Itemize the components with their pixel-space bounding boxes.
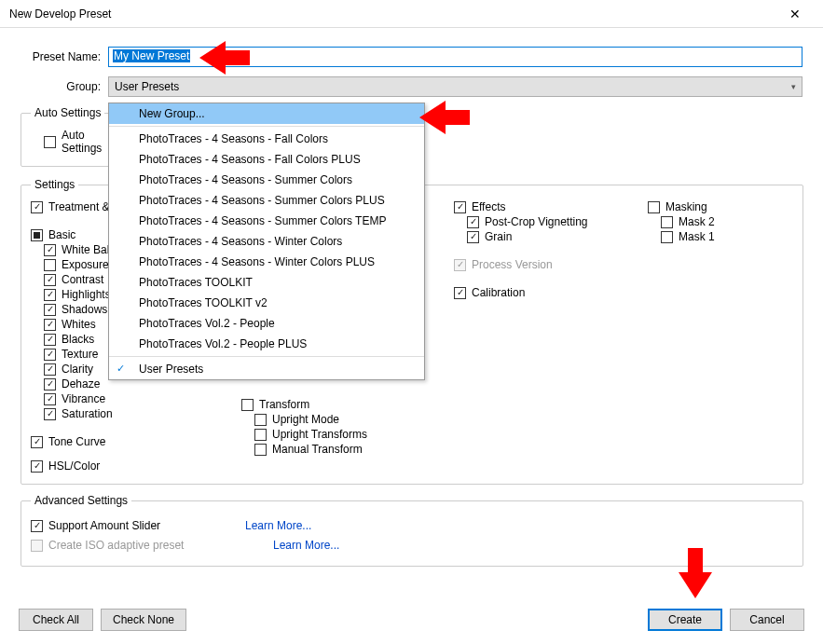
post-crop-vignetting-checkbox[interactable] — [467, 216, 479, 228]
advanced-settings-legend: Advanced Settings — [31, 494, 131, 507]
upright-transforms-label: Upright Transforms — [272, 428, 367, 441]
manual-transform-checkbox[interactable] — [254, 444, 267, 456]
basic-checkbox[interactable] — [31, 229, 43, 241]
check-icon: ✓ — [117, 363, 125, 375]
process-version-checkbox — [454, 259, 466, 271]
tone-curve-label: Tone Curve — [48, 435, 105, 448]
texture-checkbox[interactable] — [44, 349, 56, 361]
exposure-checkbox[interactable] — [44, 259, 56, 271]
create-button[interactable]: Create — [648, 609, 722, 631]
masking-checkbox[interactable] — [648, 201, 660, 213]
cancel-button[interactable]: Cancel — [730, 609, 804, 631]
contrast-checkbox[interactable] — [44, 274, 56, 286]
treatment-profile-checkbox[interactable] — [31, 201, 43, 213]
hsl-color-checkbox[interactable] — [31, 460, 43, 473]
whites-checkbox[interactable] — [44, 319, 56, 331]
dropdown-item[interactable]: PhotoTraces - 4 Seasons - Fall Colors — [109, 129, 424, 149]
dropdown-item[interactable]: PhotoTraces - 4 Seasons - Fall Colors PL… — [109, 149, 424, 170]
grain-label: Grain — [485, 230, 512, 243]
mask2-label: Mask 2 — [679, 215, 715, 228]
texture-label: Texture — [62, 348, 98, 361]
support-amount-slider-label: Support Amount Slider — [48, 519, 160, 532]
support-amount-slider-checkbox[interactable] — [31, 520, 43, 532]
annotation-arrow-icon — [199, 37, 250, 78]
upright-mode-checkbox[interactable] — [254, 414, 267, 426]
group-select-value: User Presets — [115, 80, 179, 93]
effects-checkbox[interactable] — [454, 201, 466, 213]
dropdown-item[interactable]: PhotoTraces - 4 Seasons - Summer Colors — [109, 170, 424, 190]
whites-label: Whites — [62, 318, 96, 331]
learn-more-link-2[interactable]: Learn More... — [273, 539, 339, 552]
dropdown-item[interactable]: PhotoTraces - 4 Seasons - Winter Colors — [109, 231, 424, 252]
svg-marker-0 — [199, 41, 250, 75]
dropdown-item-label: User Presets — [139, 363, 203, 376]
highlights-label: Highlights — [62, 288, 111, 301]
dehaze-checkbox[interactable] — [44, 378, 56, 391]
footer: Check All Check None Create Cancel — [19, 609, 804, 631]
process-version-label: Process Version — [472, 258, 553, 271]
auto-settings-checkbox[interactable] — [44, 136, 56, 148]
dropdown-item[interactable]: PhotoTraces Vol.2 - People PLUS — [109, 334, 424, 354]
dropdown-item-new-group[interactable]: New Group... — [109, 103, 424, 124]
upright-transforms-checkbox[interactable] — [254, 429, 267, 441]
dropdown-item[interactable]: PhotoTraces - 4 Seasons - Summer Colors … — [109, 190, 424, 211]
create-iso-label: Create ISO adaptive preset — [48, 539, 184, 552]
dropdown-item[interactable]: PhotoTraces TOOLKIT — [109, 272, 424, 293]
basic-label: Basic — [48, 228, 75, 241]
preset-name-label: Preset Name: — [21, 50, 108, 63]
dropdown-item[interactable]: PhotoTraces - 4 Seasons - Summer Colors … — [109, 211, 424, 231]
contrast-label: Contrast — [62, 273, 103, 286]
blacks-checkbox[interactable] — [44, 334, 56, 346]
check-none-button[interactable]: Check None — [101, 609, 186, 631]
transform-label: Transform — [259, 398, 309, 411]
annotation-arrow-icon — [675, 548, 716, 598]
vibrance-label: Vibrance — [62, 392, 105, 405]
learn-more-link-1[interactable]: Learn More... — [245, 519, 311, 532]
shadows-checkbox[interactable] — [44, 304, 56, 316]
dropdown-item[interactable]: PhotoTraces Vol.2 - People — [109, 313, 424, 334]
shadows-label: Shadows — [62, 303, 107, 316]
annotation-arrow-icon — [419, 97, 470, 138]
saturation-checkbox[interactable] — [44, 408, 56, 420]
clarity-checkbox[interactable] — [44, 363, 56, 376]
white-balance-checkbox[interactable] — [44, 244, 56, 256]
blacks-label: Blacks — [62, 333, 94, 346]
transform-checkbox[interactable] — [241, 399, 254, 411]
dropdown-item-user-presets[interactable]: ✓ User Presets — [109, 359, 424, 379]
clarity-label: Clarity — [62, 363, 93, 376]
window-title: New Develop Preset — [9, 7, 776, 21]
titlebar: New Develop Preset ✕ — [0, 0, 823, 28]
calibration-label: Calibration — [472, 286, 525, 299]
group-label: Group: — [21, 80, 108, 93]
exposure-label: Exposure — [62, 258, 109, 271]
dropdown-item[interactable]: PhotoTraces - 4 Seasons - Winter Colors … — [109, 252, 424, 272]
create-iso-checkbox — [31, 540, 43, 552]
close-button[interactable]: ✕ — [776, 0, 814, 28]
dropdown-separator — [109, 356, 424, 357]
calibration-checkbox[interactable] — [454, 287, 466, 299]
vibrance-checkbox[interactable] — [44, 393, 56, 405]
dropdown-separator — [109, 126, 424, 127]
chevron-down-icon: ▾ — [791, 82, 796, 91]
dropdown-item[interactable]: PhotoTraces TOOLKIT v2 — [109, 293, 424, 313]
effects-label: Effects — [472, 200, 505, 213]
highlights-checkbox[interactable] — [44, 289, 56, 301]
svg-marker-1 — [419, 101, 470, 134]
upright-mode-label: Upright Mode — [272, 413, 339, 426]
svg-marker-2 — [679, 548, 712, 598]
mask2-checkbox[interactable] — [661, 216, 673, 228]
preset-name-value: My New Preset — [113, 49, 190, 62]
masking-label: Masking — [665, 200, 707, 213]
settings-legend: Settings — [31, 178, 78, 191]
auto-settings-legend: Auto Settings — [31, 106, 104, 119]
manual-transform-label: Manual Transform — [272, 443, 363, 456]
mask1-checkbox[interactable] — [661, 231, 673, 243]
tone-curve-checkbox[interactable] — [31, 436, 43, 448]
check-all-button[interactable]: Check All — [19, 609, 93, 631]
post-crop-vignetting-label: Post-Crop Vignetting — [485, 215, 588, 228]
mask1-label: Mask 1 — [679, 230, 715, 243]
group-select[interactable]: User Presets ▾ — [108, 76, 802, 97]
grain-checkbox[interactable] — [467, 231, 479, 243]
hsl-color-label: HSL/Color — [48, 459, 100, 473]
dehaze-label: Dehaze — [62, 377, 100, 391]
